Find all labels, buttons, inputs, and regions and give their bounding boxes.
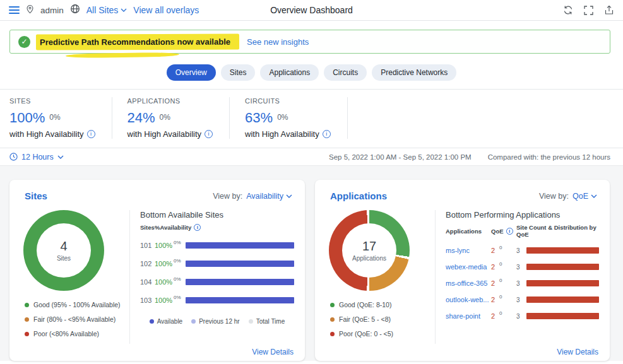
table-row[interactable]: outlook-web... 2 0 3 — [446, 296, 599, 303]
table-row[interactable]: 102 100% 0% — [140, 260, 294, 267]
info-icon[interactable]: i — [506, 228, 513, 235]
fullscreen-icon[interactable] — [584, 6, 593, 15]
legend-good: Good (QoE: 8-10) — [330, 301, 435, 308]
success-check-icon: ✓ — [18, 36, 30, 48]
qoe-distribution-bar — [526, 280, 599, 286]
time-range-selector[interactable]: 12 Hours — [9, 153, 64, 161]
tab-circuits[interactable]: Circuits — [324, 64, 367, 81]
good-dot — [25, 303, 29, 307]
col-availability: %Availability — [155, 224, 191, 231]
info-icon[interactable]: i — [194, 224, 201, 231]
stat-circuits: CIRCUITS 63% 0% with High Availability i — [245, 97, 348, 139]
fair-dot — [330, 317, 335, 322]
table-row[interactable]: ms-office-365 2 0 3 — [446, 279, 599, 287]
col-site-count-distribution: Site Count & Distribution by QoE — [516, 224, 599, 238]
sites-card: Sites View by: Availability 4 Sites — [9, 180, 305, 361]
legend-fair: Fair (QoE: 5 - <8) — [330, 315, 435, 323]
tab-applications[interactable]: Applications — [260, 64, 319, 81]
dashboard-tabs: Overview Sites Applications Circuits Pre… — [0, 64, 623, 81]
qoe-distribution-bar — [526, 296, 599, 303]
export-icon[interactable] — [604, 5, 614, 15]
table-row[interactable]: 101 100% 0% — [140, 242, 294, 249]
globe-icon — [70, 4, 80, 16]
applications-donut-chart[interactable]: 17 Applications — [329, 210, 410, 291]
info-icon[interactable]: i — [87, 130, 95, 138]
applications-view-details-link[interactable]: View Details — [557, 348, 598, 356]
view-by-label: View by: — [539, 192, 569, 201]
availability-bar — [186, 297, 294, 303]
tab-sites[interactable]: Sites — [221, 64, 256, 81]
see-new-insights-link[interactable]: See new insights — [247, 37, 309, 47]
legend-poor: Poor (<80% Available) — [25, 330, 129, 338]
stat-applications: APPLICATIONS 24% 0% with High Availabili… — [128, 97, 230, 139]
stat-caption: with High Availability — [128, 129, 202, 139]
sites-donut-chart[interactable]: 4 Sites — [23, 210, 104, 291]
view-by-selector[interactable]: Availability — [246, 192, 292, 201]
summary-stats: SITES 100% 0% with High Availability i A… — [0, 90, 623, 148]
legend-fair: Fair (80% - <95% Available) — [25, 315, 129, 323]
table-row[interactable]: ms-lync 2 0 3 — [446, 247, 599, 254]
tab-overview[interactable]: Overview — [167, 64, 216, 81]
highlighter-mark — [66, 52, 179, 59]
app-link[interactable]: ms-lync — [446, 247, 491, 254]
apps-table-title: Bottom Performing Applications — [446, 210, 599, 220]
stat-delta: 0% — [277, 113, 288, 122]
clock-icon — [9, 153, 18, 161]
compare-period: Compared with: the previous 12 hours — [488, 153, 610, 161]
time-bar: 12 Hours Sep 5, 2022 1:00 AM - Sep 5, 20… — [0, 148, 623, 165]
legend-poor: Poor (QoE: 0 - <5) — [330, 330, 435, 338]
top-bar: admin All Sites View all overlays Overvi… — [0, 0, 623, 21]
info-icon[interactable]: i — [205, 130, 213, 138]
availability-bar — [186, 279, 294, 285]
stat-delta: 0% — [160, 113, 170, 122]
col-applications: Applications — [446, 228, 491, 235]
qoe-distribution-bar — [526, 264, 599, 270]
qoe-distribution-bar — [526, 247, 599, 254]
stat-delta: 0% — [49, 113, 60, 122]
info-icon[interactable]: i — [323, 130, 331, 138]
table-row[interactable]: share-point 2 0 3 — [446, 312, 599, 320]
chevron-down-icon — [591, 194, 597, 198]
sites-view-details-link[interactable]: View Details — [252, 348, 294, 356]
good-dot — [330, 303, 335, 307]
refresh-icon[interactable] — [563, 5, 573, 15]
total-time-dot — [249, 319, 253, 324]
applications-count: 17 — [362, 239, 376, 254]
tab-predictive-networks[interactable]: Predictive Networks — [372, 64, 456, 81]
bar-chart-legend: Available Previous 12 hr Total Time — [140, 318, 294, 325]
stat-value: 24% — [128, 110, 155, 126]
stat-label: SITES — [9, 97, 95, 105]
poor-dot — [25, 332, 29, 336]
table-row[interactable]: 103 100% 0% — [140, 296, 294, 304]
col-qoe: QoE — [491, 228, 504, 235]
user-name: admin — [40, 6, 64, 15]
app-link[interactable]: outlook-web... — [446, 296, 491, 303]
sites-count: 4 — [60, 239, 67, 254]
time-period: Sep 5, 2022 1:00 AM - Sep 5, 2022 1:00 P… — [329, 153, 472, 161]
stat-caption: with High Availability — [9, 129, 84, 139]
applications-card: Applications View by: QoE 17 Application… — [315, 180, 610, 361]
view-by-label: View by: — [213, 192, 242, 201]
app-link[interactable]: share-point — [446, 312, 491, 320]
view-by-selector[interactable]: QoE — [573, 192, 597, 201]
app-link[interactable]: ms-office-365 — [446, 279, 491, 287]
table-row[interactable]: 104 100% 0% — [140, 278, 294, 286]
stat-value: 100% — [9, 110, 45, 126]
stat-caption: with High Availability — [245, 129, 319, 139]
view-all-overlays-link[interactable]: View all overlays — [133, 5, 199, 15]
availability-bar — [186, 261, 294, 267]
poor-dot — [330, 332, 335, 336]
col-sites: Sites — [140, 224, 155, 231]
qoe-distribution-bar — [526, 313, 599, 319]
applications-unit: Applications — [352, 255, 386, 262]
menu-icon[interactable] — [9, 6, 20, 14]
chevron-down-icon — [286, 194, 292, 198]
app-link[interactable]: webex-media — [446, 263, 491, 271]
fair-dot — [25, 317, 29, 322]
table-row[interactable]: webex-media 2 0 3 — [446, 263, 599, 271]
sites-table-title: Bottom Availabile Sites — [140, 210, 294, 220]
stat-value: 63% — [245, 110, 273, 126]
sites-card-title: Sites — [25, 191, 47, 201]
time-range-label: 12 Hours — [21, 153, 54, 161]
site-selector[interactable]: All Sites — [86, 5, 128, 15]
